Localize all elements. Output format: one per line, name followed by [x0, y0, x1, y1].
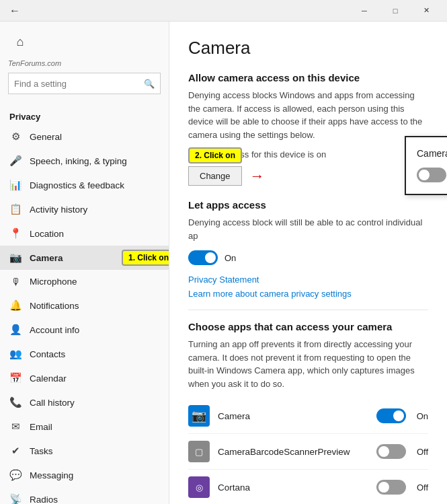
search-icon: 🔍	[144, 79, 155, 89]
sidebar-item-label: Notifications	[30, 301, 79, 311]
contacts-icon: 👥	[9, 348, 22, 360]
camera-app-status: On	[417, 411, 428, 421]
cortana-app-toggle[interactable]	[376, 480, 406, 495]
toggle-knob	[393, 410, 404, 421]
change-callout: 2. Click on	[188, 147, 242, 164]
sidebar-item-radios[interactable]: 📡 Radios	[0, 487, 169, 504]
back-button[interactable]: ←	[5, 1, 24, 20]
toggle-knob-on	[205, 252, 216, 263]
home-button[interactable]: ⌂	[8, 30, 32, 54]
sidebar-item-label: Email	[30, 422, 52, 432]
camera-apps-toggle[interactable]	[188, 250, 218, 265]
sidebar-item-label: Calendar	[30, 373, 67, 384]
camera-on-label: On	[225, 253, 236, 263]
sidebar-item-calendar[interactable]: 📅 Calendar	[0, 366, 169, 390]
sidebar-item-label: Diagnostics & feedback	[30, 180, 124, 190]
barcode-app-status: Off	[417, 447, 428, 457]
sidebar-item-label: Radios	[30, 495, 58, 505]
tasks-icon: ✔	[9, 445, 22, 457]
sidebar-item-label: Tasks	[30, 446, 53, 456]
sidebar-item-messaging[interactable]: 💬 Messaging	[0, 463, 169, 487]
maximize-button[interactable]: □	[380, 0, 411, 22]
notifications-icon: 🔔	[9, 299, 22, 312]
cortana-app-icon: ◎	[188, 476, 210, 498]
sidebar-item-camera[interactable]: 📷 Camera 1. Click on	[0, 246, 169, 270]
site-logo: TenForums.com	[8, 59, 161, 67]
sidebar-section-title: Privacy	[0, 108, 169, 124]
general-icon: ⚙	[9, 131, 22, 143]
sidebar-item-label: Camera	[30, 253, 63, 263]
email-icon: ✉	[9, 421, 22, 433]
account-icon: 👤	[9, 324, 22, 336]
camera-callout: 1. Click on	[122, 250, 169, 266]
let-apps-section: Let apps access Denying access block wil…	[188, 199, 428, 265]
camera-icon: 📷	[9, 252, 22, 264]
camera-app-icon: 📷	[188, 405, 210, 427]
camera-app-toggle[interactable]	[376, 408, 406, 423]
call-history-icon: 📞	[9, 396, 22, 408]
sidebar-item-label: Speech, inking, & typing	[30, 156, 127, 166]
messaging-icon: 💬	[9, 469, 22, 481]
barcode-app-icon: ▢	[188, 441, 210, 462]
diagnostics-icon: 📊	[9, 179, 22, 191]
location-icon: 📍	[9, 227, 22, 240]
close-button[interactable]: ✕	[411, 0, 442, 22]
calendar-icon: 📅	[9, 372, 22, 384]
sidebar: ⌂ TenForums.com 🔍 Privacy ⚙ General 🎤 Sp…	[0, 22, 169, 504]
apps-section-desc: Turning an app off prevents it from dire…	[188, 338, 428, 390]
sidebar-item-call-history[interactable]: 📞 Call history	[0, 390, 169, 415]
sidebar-item-speech[interactable]: 🎤 Speech, inking, & typing	[0, 149, 169, 173]
app-row-barcode: ▢ CameraBarcodeScannerPreview Off	[188, 434, 428, 470]
camera-app-name: Camera	[218, 411, 368, 421]
camera-on-row: On	[188, 250, 428, 265]
sidebar-item-notifications[interactable]: 🔔 Notifications	[0, 293, 169, 318]
sidebar-item-email[interactable]: ✉ Email	[0, 415, 169, 439]
sidebar-item-label: Location	[30, 229, 64, 239]
app-row-cortana: ◎ Cortana Off	[188, 470, 428, 504]
speech-icon: 🎤	[9, 155, 22, 167]
search-box[interactable]: 🔍	[8, 73, 161, 94]
search-input[interactable]	[14, 79, 144, 89]
cortana-app-name: Cortana	[218, 482, 368, 493]
titlebar: ← ─ □ ✕	[0, 0, 447, 22]
sidebar-item-microphone[interactable]: 🎙 Microphone	[0, 270, 169, 293]
allow-camera-desc: Denying access blocks Windows and apps f…	[188, 89, 428, 141]
sidebar-item-label: Account info	[30, 325, 79, 335]
divider	[188, 310, 428, 310]
sidebar-item-label: Call history	[30, 398, 75, 408]
apps-section-title: Choose apps that can access your camera	[188, 321, 428, 332]
sidebar-item-location[interactable]: 📍 Location	[0, 221, 169, 246]
sidebar-item-activity[interactable]: 📋 Activity history	[0, 197, 169, 221]
camera-popup-panel: Camera for this device Off 3. Turn off	[405, 136, 447, 195]
sidebar-item-general[interactable]: ⚙ General	[0, 124, 169, 149]
window-controls: ─ □ ✕	[349, 0, 442, 22]
sidebar-item-account-info[interactable]: 👤 Account info	[0, 318, 169, 342]
cortana-app-status: Off	[417, 482, 428, 493]
barcode-app-toggle[interactable]	[376, 444, 406, 459]
app-container: ⌂ TenForums.com 🔍 Privacy ⚙ General 🎤 Sp…	[0, 22, 447, 504]
sidebar-item-diagnostics[interactable]: 📊 Diagnostics & feedback	[0, 173, 169, 197]
toggle-knob	[378, 446, 389, 457]
privacy-statement-link[interactable]: Privacy Statement	[188, 275, 428, 285]
sidebar-top: ⌂ TenForums.com 🔍	[0, 22, 169, 108]
allow-camera-title: Allow camera access on this device	[188, 72, 428, 83]
learn-more-link[interactable]: Learn more about camera privacy settings	[188, 289, 428, 299]
main-content: Camera Allow camera access on this devic…	[169, 22, 447, 504]
popup-toggle-row: Off 3. Turn off	[417, 167, 447, 183]
sidebar-item-label: General	[30, 132, 62, 142]
camera-device-toggle[interactable]	[417, 168, 446, 182]
sidebar-item-label: Contacts	[30, 349, 65, 359]
change-button[interactable]: Change	[188, 166, 242, 186]
popup-title: Camera for this device	[417, 148, 447, 159]
sidebar-item-label: Microphone	[30, 277, 77, 287]
toggle-knob	[378, 482, 389, 493]
sidebar-item-tasks[interactable]: ✔ Tasks	[0, 439, 169, 463]
minimize-button[interactable]: ─	[349, 0, 380, 22]
sidebar-item-label: Activity history	[30, 205, 87, 215]
app-row-camera: 📷 Camera On	[188, 398, 428, 434]
barcode-app-name: CameraBarcodeScannerPreview	[218, 447, 368, 457]
let-apps-title: Let apps access	[188, 199, 428, 211]
page-title: Camera	[188, 38, 428, 59]
activity-icon: 📋	[9, 203, 22, 215]
sidebar-item-contacts[interactable]: 👥 Contacts	[0, 342, 169, 366]
